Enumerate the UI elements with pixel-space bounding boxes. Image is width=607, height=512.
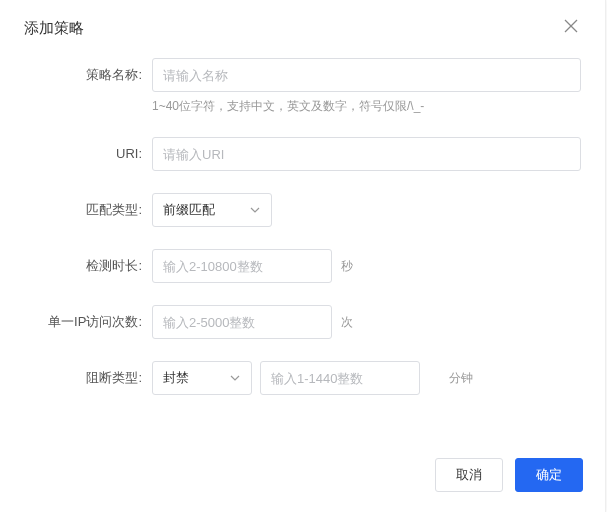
row-match-type: 匹配类型: 前缀匹配: [24, 193, 581, 227]
label-detect-duration: 检测时长:: [24, 249, 152, 283]
label-block-type: 阻断类型:: [24, 361, 152, 395]
row-ip-count: 单一IP访问次数: 次: [24, 305, 581, 339]
ip-count-suffix: 次: [341, 314, 353, 331]
dialog-header: 添加策略: [0, 0, 605, 38]
close-button[interactable]: [561, 18, 581, 38]
block-type-select[interactable]: 封禁: [152, 361, 252, 395]
confirm-button[interactable]: 确定: [515, 458, 583, 492]
chevron-down-icon: [229, 372, 241, 384]
cancel-button[interactable]: 取消: [435, 458, 503, 492]
match-type-value: 前缀匹配: [163, 201, 215, 219]
row-policy-name: 策略名称: 1~40位字符，支持中文，英文及数字，符号仅限/\_-: [24, 58, 581, 115]
label-policy-name: 策略名称:: [24, 58, 152, 92]
policy-name-input[interactable]: [152, 58, 581, 92]
policy-name-hint: 1~40位字符，支持中文，英文及数字，符号仅限/\_-: [152, 98, 581, 115]
dialog-footer: 取消 确定: [0, 441, 605, 512]
dialog-title: 添加策略: [24, 19, 84, 38]
row-block-type: 阻断类型: 封禁 分钟: [24, 361, 581, 395]
ip-count-input[interactable]: [153, 306, 341, 338]
block-duration-input[interactable]: [261, 362, 449, 394]
row-uri: URI:: [24, 137, 581, 171]
block-type-value: 封禁: [163, 369, 189, 387]
label-uri: URI:: [24, 137, 152, 171]
label-match-type: 匹配类型:: [24, 193, 152, 227]
detect-duration-input[interactable]: [153, 250, 341, 282]
label-ip-count: 单一IP访问次数:: [24, 305, 152, 339]
close-icon: [564, 19, 578, 37]
chevron-down-icon: [249, 204, 261, 216]
row-detect-duration: 检测时长: 秒: [24, 249, 581, 283]
ip-count-wrapper: 次: [152, 305, 332, 339]
uri-input[interactable]: [152, 137, 581, 171]
detect-duration-wrapper: 秒: [152, 249, 332, 283]
match-type-select[interactable]: 前缀匹配: [152, 193, 272, 227]
block-duration-suffix: 分钟: [449, 370, 473, 387]
dialog-body: 策略名称: 1~40位字符，支持中文，英文及数字，符号仅限/\_- URI: 匹…: [0, 38, 605, 441]
block-duration-wrapper: 分钟: [260, 361, 420, 395]
add-policy-dialog: 添加策略 策略名称: 1~40位字符，支持中文，英文及数字，符号仅限/\_- U…: [0, 0, 606, 512]
detect-duration-suffix: 秒: [341, 258, 353, 275]
